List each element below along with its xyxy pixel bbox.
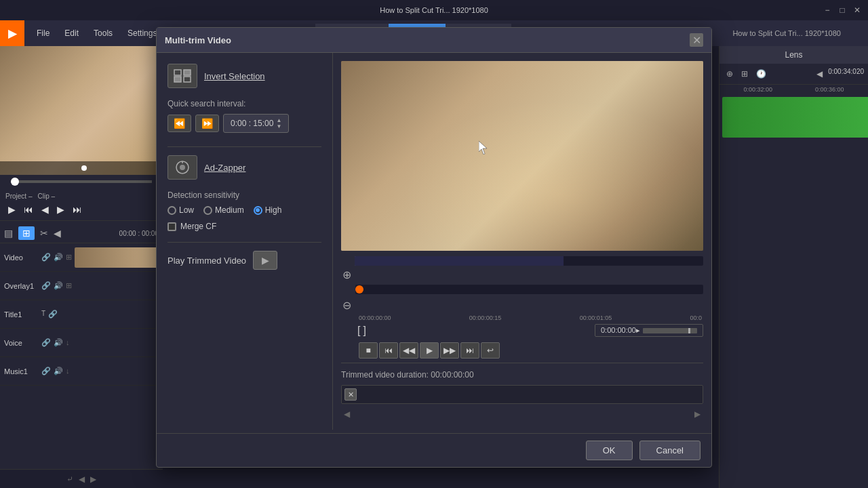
loop-btn[interactable]: ↩ <box>481 342 500 359</box>
interval-spinner[interactable]: ▲ ▼ <box>276 117 281 129</box>
menu-edit[interactable]: Edit <box>58 26 85 41</box>
expand-right[interactable]: ◀ <box>814 68 825 80</box>
in-bracket-btn[interactable]: [ <box>357 325 360 337</box>
audio-icon2[interactable]: 🔊 <box>54 281 63 290</box>
track-time: 00:00 : 00:00 <box>119 230 159 237</box>
menu-tools[interactable]: Tools <box>87 26 119 41</box>
track-music-label: Music1 <box>4 367 41 375</box>
scroll-hint: ◀ ▶ <box>341 407 703 422</box>
segments-area[interactable]: ✕ <box>341 385 703 404</box>
playback-controls-row: ■ ⏮ ◀◀ ▶ ▶▶ ⏭ ↩ <box>341 342 703 359</box>
ok-button[interactable]: OK <box>586 441 633 460</box>
project-label: Project – <box>5 192 32 200</box>
time-cursor <box>688 328 690 333</box>
prev-button[interactable]: ⏮ <box>21 203 36 216</box>
rewind-slow-btn[interactable]: ◀◀ <box>399 342 418 359</box>
audio-icon[interactable]: 🔊 <box>54 253 63 262</box>
bottom-back-icon[interactable]: ⤶ <box>66 474 73 484</box>
grid-icon2[interactable]: ⊞ <box>66 281 72 290</box>
radio-group: Low Medium High <box>167 205 321 215</box>
grid-right[interactable]: ⊞ <box>738 68 751 80</box>
title-info: How to Split Cut Tri... 1920*1080 <box>732 29 868 37</box>
add-icon[interactable]: ◀ <box>54 228 61 239</box>
time-scrubber[interactable] <box>643 328 697 333</box>
main-timeline[interactable] <box>355 256 703 266</box>
time-label-t2: 00:00:00:15 <box>469 314 502 321</box>
audio-icon4[interactable]: 🔊 <box>54 367 63 375</box>
zoom-out-btn[interactable]: ⊖ <box>341 298 353 313</box>
down-icon2[interactable]: ↓ <box>66 367 70 375</box>
merge-cf-row: Merge CF <box>167 222 321 231</box>
radio-high[interactable]: High <box>254 205 282 215</box>
time-label-t3: 00:00:01:05 <box>580 314 612 321</box>
maximize-button[interactable]: □ <box>837 5 848 16</box>
track-title1: Title1 T 🔗 <box>0 300 163 329</box>
fwd-button[interactable]: ▶ <box>54 203 67 216</box>
link-icon4[interactable]: 🔗 <box>41 338 51 347</box>
ad-zapper-icon <box>167 155 197 180</box>
cancel-button[interactable]: Cancel <box>639 441 701 460</box>
ad-zapper-label[interactable]: Ad-Zapper <box>204 163 245 173</box>
rewind-btn[interactable]: ⏪ <box>167 115 191 132</box>
clip-icon[interactable]: ▤ <box>4 228 13 239</box>
scroll-right[interactable]: ▶ <box>694 409 701 419</box>
scroll-left[interactable]: ◀ <box>344 409 350 419</box>
timeline-fill <box>355 256 564 266</box>
play-trimmed-button[interactable]: ▶ <box>253 251 277 270</box>
time-labels: 00:00:00:00 00:00:00:15 00:00:01:05 00:0 <box>341 314 703 321</box>
thumbnail-row: ⊕ ⊖ <box>341 267 703 313</box>
ad-zapper-row[interactable]: Ad-Zapper <box>167 155 321 180</box>
zoom-in-btn[interactable]: ⊕ <box>341 267 353 283</box>
next-button[interactable]: ⏭ <box>70 203 85 216</box>
video-clip[interactable] <box>75 247 159 268</box>
play-button[interactable]: ▶ <box>5 203 18 216</box>
link-icon2[interactable]: 🔗 <box>41 281 51 290</box>
stop-btn[interactable]: ■ <box>359 342 378 359</box>
time-label-t4: 00:0 <box>690 314 702 321</box>
merge-cf-label: Merge CF <box>180 222 216 231</box>
audio-icon3[interactable]: 🔊 <box>54 338 63 347</box>
play-trimmed-label: Play Trimmed Video <box>167 256 246 266</box>
zoom-in-right[interactable]: ⊕ <box>724 68 736 80</box>
ffwd-slow-btn[interactable]: ▶▶ <box>440 342 459 359</box>
skip-fwd-btn[interactable]: ⏭ <box>460 342 479 359</box>
rew-button[interactable]: ◀ <box>39 203 52 216</box>
scrubber-marker[interactable] <box>355 285 363 293</box>
play-btn[interactable]: ▶ <box>420 342 439 359</box>
track-scrubber[interactable] <box>355 285 703 294</box>
track-video-icons: 🔗 🔊 ⊞ <box>41 253 72 262</box>
close-button[interactable]: ✕ <box>852 5 863 16</box>
segment-remove-btn[interactable]: ✕ <box>344 388 357 401</box>
right-clip-preview[interactable] <box>722 97 868 138</box>
clip-label: Clip – <box>37 192 55 200</box>
link-icon5[interactable]: 🔗 <box>41 367 51 375</box>
text-icon: T <box>41 310 45 319</box>
down-icon[interactable]: ↓ <box>66 338 70 347</box>
modal-right-panel: ⊕ ⊖ <box>333 53 711 430</box>
right-panel-title: Lens <box>719 46 868 64</box>
link-icon[interactable]: 🔗 <box>41 253 51 262</box>
track-voice: Voice 🔗 🔊 ↓ <box>0 329 163 357</box>
invert-selection-label[interactable]: Invert Selection <box>204 71 265 81</box>
out-bracket-btn[interactable]: ] <box>363 325 366 337</box>
modal-close-button[interactable]: ✕ <box>690 33 703 47</box>
link-icon3[interactable]: 🔗 <box>48 310 58 319</box>
bottom-left-icon[interactable]: ◀ <box>79 474 85 484</box>
menu-file[interactable]: File <box>30 26 56 41</box>
scrubber-thumb[interactable] <box>11 178 19 186</box>
radio-label-high: High <box>265 205 282 215</box>
scissors-icon[interactable]: ✂ <box>40 228 48 239</box>
skip-back-btn[interactable]: ⏮ <box>379 342 398 359</box>
radio-medium[interactable]: Medium <box>203 205 244 215</box>
bottom-right-icon[interactable]: ▶ <box>90 474 96 484</box>
forward-btn[interactable]: ⏩ <box>195 115 219 132</box>
modal-title-bar: Multi-trim Video ✕ <box>157 28 711 53</box>
split-icon[interactable]: ⊞ <box>18 226 35 240</box>
clock-right[interactable]: 🕐 <box>753 68 769 80</box>
invert-selection-row[interactable]: Invert Selection <box>167 64 321 88</box>
preview-scrubber[interactable] <box>11 180 152 183</box>
merge-cf-checkbox[interactable] <box>167 222 176 231</box>
grid-icon[interactable]: ⊞ <box>66 253 72 262</box>
minimize-button[interactable]: − <box>822 5 833 16</box>
radio-low[interactable]: Low <box>167 205 194 215</box>
